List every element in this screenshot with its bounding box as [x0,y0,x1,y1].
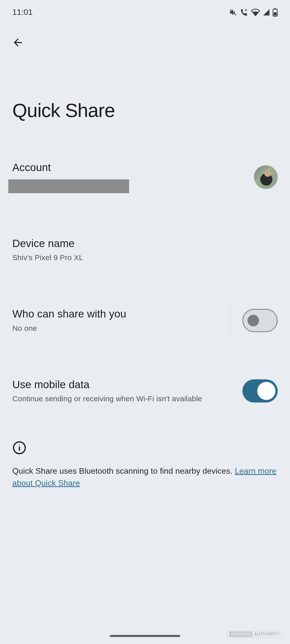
account-label: Account [12,161,248,174]
status-bar: 11:01 [4,0,286,19]
watermark-right: AUTHORITY [254,632,280,637]
status-time: 11:01 [12,8,33,17]
home-indicator[interactable] [110,635,180,637]
settings-list: Account Device name Shiv's Pixel 9 Pro X… [4,121,286,489]
who-can-share-value: No one [12,323,224,334]
setting-device-name[interactable]: Device name Shiv's Pixel 9 Pro XL [12,230,278,270]
device-name-value: Shiv's Pixel 9 Pro XL [12,253,278,263]
switch-knob [247,315,259,326]
back-row [4,19,286,52]
mobile-data-switch[interactable] [242,379,278,403]
page-title: Quick Share [4,52,286,121]
battery-icon [273,8,278,17]
switch-knob [257,382,275,400]
back-button[interactable] [9,33,27,52]
account-value-redacted [8,179,129,193]
info-section: Quick Share uses Bluetooth scanning to f… [12,411,278,489]
who-can-share-label: Who can share with you [12,307,224,321]
svg-rect-1 [274,8,276,9]
status-icons [229,8,278,17]
setting-who-can-share[interactable]: Who can share with you No one [12,300,278,341]
setting-account[interactable]: Account [12,154,278,200]
watermark-left: ANDROID [229,632,252,637]
info-icon [12,441,26,455]
mobile-data-desc: Continue sending or receiving when Wi-Fi… [12,394,236,404]
who-can-share-switch[interactable] [242,309,278,332]
setting-mobile-data[interactable]: Use mobile data Continue sending or rece… [12,371,278,411]
avatar[interactable] [254,165,278,189]
device-name-label: Device name [12,237,278,250]
signal-icon [263,9,270,16]
wifi-calling-icon [240,8,248,17]
mute-icon [229,8,237,17]
wifi-icon [251,9,260,16]
arrow-back-icon [12,36,24,49]
watermark: ANDROID AUTHORITY [228,631,282,637]
svg-point-5 [19,444,20,445]
info-text: Quick Share uses Bluetooth scanning to f… [12,466,235,475]
toggle-divider [230,307,230,334]
mobile-data-label: Use mobile data [12,378,236,391]
svg-rect-2 [274,12,276,16]
info-paragraph: Quick Share uses Bluetooth scanning to f… [12,465,278,489]
